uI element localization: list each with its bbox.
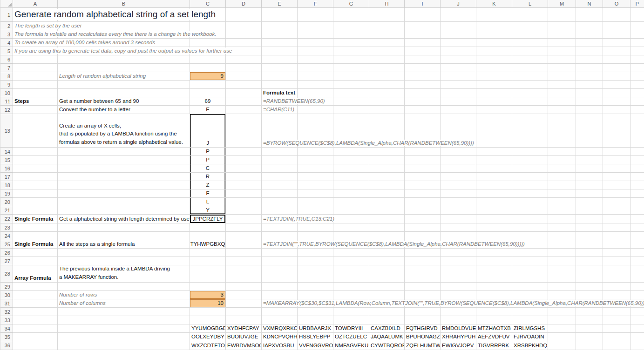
- cell-N10[interactable]: [576, 89, 603, 97]
- cell-B25[interactable]: All the steps as a single formula: [58, 240, 190, 249]
- cell-G12[interactable]: [333, 106, 369, 114]
- cell-J6[interactable]: [441, 55, 476, 64]
- cell-C35[interactable]: OOLXEYDBY: [190, 333, 226, 341]
- cell-A12[interactable]: [13, 106, 58, 114]
- cell-N14[interactable]: [576, 148, 603, 156]
- cell-E34[interactable]: VXMRQXRKC: [262, 324, 298, 333]
- row-header-8[interactable]: 8: [0, 72, 13, 81]
- cell-A35[interactable]: [13, 333, 58, 341]
- cell-C34[interactable]: YYUMOGBGD: [190, 324, 226, 333]
- cell-E33[interactable]: [262, 316, 298, 324]
- cell-J12[interactable]: [441, 106, 476, 114]
- cell-L19[interactable]: [512, 189, 548, 198]
- cell-G30[interactable]: [333, 291, 369, 299]
- cell-C16[interactable]: C: [190, 164, 226, 173]
- cell-I34[interactable]: FQTHGIRVD: [405, 324, 441, 333]
- cell-L6[interactable]: [512, 55, 548, 64]
- cell-H7[interactable]: [369, 64, 405, 72]
- cell-H21[interactable]: [369, 206, 405, 215]
- cell-A19[interactable]: [13, 189, 58, 198]
- cell-D10[interactable]: [226, 89, 262, 97]
- cell-P9[interactable]: [630, 81, 644, 89]
- cell-L5[interactable]: [512, 47, 548, 55]
- column-header-B[interactable]: B: [58, 0, 190, 8]
- cell-A18[interactable]: [13, 181, 58, 189]
- cell-I29[interactable]: [405, 283, 441, 291]
- cell-M28[interactable]: [548, 265, 576, 283]
- cell-O20[interactable]: [603, 198, 630, 206]
- row-header-4[interactable]: 4: [0, 39, 13, 47]
- column-header-E[interactable]: E: [262, 0, 298, 8]
- cell-L29[interactable]: [512, 283, 548, 291]
- cell-G28[interactable]: [333, 265, 369, 283]
- cell-K33[interactable]: [476, 316, 512, 324]
- cell-C8[interactable]: 9: [190, 72, 226, 81]
- cell-A33[interactable]: [13, 316, 58, 324]
- cell-A23[interactable]: [13, 223, 58, 232]
- cell-I30[interactable]: [405, 291, 441, 299]
- cell-M6[interactable]: [548, 55, 576, 64]
- row-header-24[interactable]: 24: [0, 232, 13, 240]
- cell-L7[interactable]: [512, 64, 548, 72]
- cell-K17[interactable]: [476, 173, 512, 181]
- cell-K27[interactable]: [476, 257, 512, 265]
- cell-L1[interactable]: [512, 8, 548, 22]
- cell-D23[interactable]: [226, 223, 262, 232]
- cell-H19[interactable]: [369, 189, 405, 198]
- cell-G1[interactable]: [333, 8, 369, 22]
- cell-D9[interactable]: [226, 81, 262, 89]
- cell-H29[interactable]: [369, 283, 405, 291]
- cell-P26[interactable]: [630, 249, 644, 257]
- cell-O3[interactable]: [603, 30, 630, 39]
- cell-I14[interactable]: [405, 148, 441, 156]
- cell-D26[interactable]: [226, 249, 262, 257]
- cell-H12[interactable]: [369, 106, 405, 114]
- cell-L21[interactable]: [512, 206, 548, 215]
- cell-N26[interactable]: [576, 249, 603, 257]
- cell-L16[interactable]: [512, 164, 548, 173]
- cell-C29[interactable]: [190, 283, 226, 291]
- cell-C24[interactable]: [190, 232, 226, 240]
- cell-I19[interactable]: [405, 189, 441, 198]
- row-header-16[interactable]: 16: [0, 164, 13, 173]
- cell-D27[interactable]: [226, 257, 262, 265]
- cell-A34[interactable]: [13, 324, 58, 333]
- column-header-P[interactable]: P: [630, 0, 644, 8]
- cell-I10[interactable]: [405, 89, 441, 97]
- cell-M3[interactable]: [548, 30, 576, 39]
- cell-E11[interactable]: =RANDBETWEEN(65,90): [262, 97, 298, 106]
- cell-E2[interactable]: [262, 22, 298, 30]
- cell-P29[interactable]: [630, 283, 644, 291]
- cell-M16[interactable]: [548, 164, 576, 173]
- cell-I27[interactable]: [405, 257, 441, 265]
- row-header-32[interactable]: 32: [0, 308, 13, 316]
- cell-A1[interactable]: Generate random alphabetical string of a…: [13, 8, 58, 22]
- cell-O35[interactable]: [603, 333, 630, 341]
- cell-M36[interactable]: [548, 341, 576, 350]
- cell-P17[interactable]: [630, 173, 644, 181]
- cell-L20[interactable]: [512, 198, 548, 206]
- cell-K20[interactable]: [476, 198, 512, 206]
- cell-P2[interactable]: [630, 22, 644, 30]
- cell-G10[interactable]: [333, 89, 369, 97]
- cell-L26[interactable]: [512, 249, 548, 257]
- cell-D36[interactable]: EWBDVMSOO: [226, 341, 262, 350]
- cell-L23[interactable]: [512, 223, 548, 232]
- cell-C2[interactable]: [190, 22, 226, 30]
- cell-G18[interactable]: [333, 181, 369, 189]
- cell-M29[interactable]: [548, 283, 576, 291]
- cell-E15[interactable]: [262, 156, 298, 164]
- cell-O12[interactable]: [603, 106, 630, 114]
- cell-P1[interactable]: [630, 8, 644, 22]
- cell-J23[interactable]: [441, 223, 476, 232]
- cell-M26[interactable]: [548, 249, 576, 257]
- cell-D4[interactable]: [226, 39, 262, 47]
- cell-I11[interactable]: [405, 97, 441, 106]
- cell-E29[interactable]: [262, 283, 298, 291]
- row-header-5[interactable]: 5: [0, 47, 13, 55]
- cell-N28[interactable]: [576, 265, 603, 283]
- cell-N2[interactable]: [576, 22, 603, 30]
- cell-A25[interactable]: Single Formula: [13, 240, 58, 249]
- cell-K8[interactable]: [476, 72, 512, 81]
- cell-H17[interactable]: [369, 173, 405, 181]
